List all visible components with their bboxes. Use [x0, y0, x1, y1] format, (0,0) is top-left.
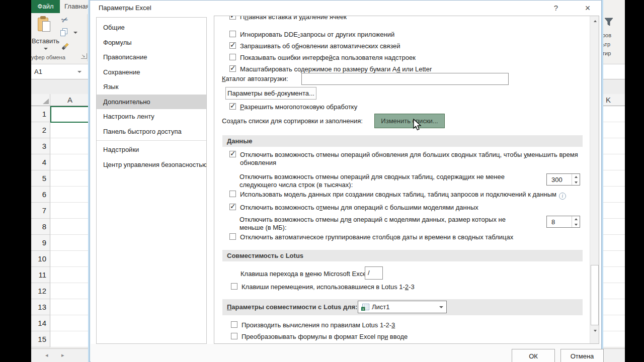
cell[interactable]: [50, 267, 90, 283]
row-header[interactable]: 13: [31, 299, 50, 315]
checkbox[interactable]: [231, 283, 237, 290]
cell[interactable]: [602, 251, 625, 267]
row-header[interactable]: 1: [31, 106, 50, 122]
checkbox[interactable]: ✓: [229, 151, 236, 157]
cell[interactable]: [602, 219, 625, 235]
model-size-spinner[interactable]: 8: [546, 216, 580, 228]
row-header[interactable]: 10: [31, 251, 50, 267]
cell[interactable]: [50, 187, 90, 203]
menu-key-input[interactable]: /: [365, 266, 383, 280]
cell[interactable]: [602, 299, 625, 315]
row-header[interactable]: 15: [31, 331, 50, 347]
cell[interactable]: [50, 283, 90, 299]
cancel-button[interactable]: Отмена: [560, 349, 604, 362]
scrollbar-thumb[interactable]: [591, 265, 599, 325]
info-icon[interactable]: i: [559, 193, 566, 200]
sidebar-item-general[interactable]: Общие: [97, 20, 206, 35]
row-header[interactable]: 9: [31, 235, 50, 251]
cell[interactable]: [602, 106, 625, 122]
cell[interactable]: [50, 331, 90, 347]
checkbox[interactable]: ✓: [229, 65, 236, 72]
row-header[interactable]: 2: [31, 122, 50, 138]
cell[interactable]: [50, 299, 90, 315]
cut-icon[interactable]: ✂: [60, 14, 69, 25]
row-header[interactable]: 5: [31, 170, 50, 187]
paste-dropdown-icon[interactable]: [44, 48, 48, 50]
startup-dir-input[interactable]: [301, 73, 509, 85]
cell[interactable]: [602, 187, 625, 203]
cell[interactable]: [602, 283, 625, 299]
ok-button[interactable]: ОК: [512, 349, 555, 362]
cell[interactable]: [50, 251, 90, 267]
selected-cell-a1[interactable]: [50, 106, 90, 123]
checkbox[interactable]: ✓: [229, 103, 236, 110]
sidebar-item-trust-center[interactable]: Центр управления безопасностью: [97, 157, 206, 172]
sidebar-item-advanced[interactable]: Дополнительно: [97, 95, 206, 110]
cell[interactable]: [50, 219, 90, 235]
cell[interactable]: [602, 154, 625, 170]
copy-dropdown-icon[interactable]: [73, 32, 77, 34]
row-header[interactable]: 3: [31, 138, 50, 154]
cell[interactable]: [50, 122, 90, 138]
edit-custom-lists-button[interactable]: Изменить списки...: [374, 114, 445, 128]
checkbox[interactable]: [229, 54, 236, 60]
sidebar-item-proofing[interactable]: Правописание: [97, 50, 206, 65]
cell[interactable]: [602, 203, 625, 219]
web-document-options-button[interactable]: Параметры веб-документа...: [225, 87, 316, 100]
tab-file[interactable]: Файл: [31, 0, 60, 13]
cell[interactable]: [50, 170, 90, 187]
sidebar-item-formulas[interactable]: Формулы: [97, 35, 206, 50]
sidebar-item-addins[interactable]: Надстройки: [97, 142, 206, 157]
checkbox[interactable]: [231, 333, 237, 339]
cell[interactable]: [50, 203, 90, 219]
name-box-dropdown-icon[interactable]: [77, 71, 82, 73]
content-scrollbar[interactable]: [590, 16, 599, 343]
dialog-launcher-icon[interactable]: ↘: [81, 53, 87, 59]
cell[interactable]: [602, 267, 625, 283]
cell[interactable]: [602, 235, 625, 251]
checkbox[interactable]: ✓: [229, 42, 236, 49]
column-header-a[interactable]: A: [50, 94, 90, 106]
row-header[interactable]: 6: [31, 187, 50, 203]
scrollbar-up-icon[interactable]: [590, 16, 599, 26]
paste-icon[interactable]: [38, 16, 54, 35]
cell[interactable]: [50, 235, 90, 251]
spinner-up-icon[interactable]: [572, 174, 580, 179]
spinner-down-icon[interactable]: [572, 179, 580, 185]
pivot-rows-spinner[interactable]: 300: [546, 173, 580, 186]
sheet-nav-left-icon[interactable]: ◂: [45, 352, 48, 358]
row-header[interactable]: 7: [31, 203, 50, 219]
filter-icon[interactable]: [603, 17, 614, 28]
checkbox[interactable]: ✓: [229, 204, 236, 210]
cell[interactable]: [50, 154, 90, 170]
checkbox[interactable]: [231, 321, 237, 328]
row-header[interactable]: 14: [31, 315, 50, 331]
cell[interactable]: [602, 315, 625, 331]
cell[interactable]: [50, 315, 90, 331]
lotus-sheet-select[interactable]: x Лист1: [358, 301, 447, 313]
format-painter-icon[interactable]: [60, 42, 69, 51]
cell[interactable]: [602, 138, 625, 154]
sidebar-item-quick-access[interactable]: Панель быстрого доступа: [97, 124, 206, 139]
column-header-k[interactable]: K: [606, 94, 611, 106]
tab-home[interactable]: Главная: [64, 3, 89, 10]
select-all-cell[interactable]: [31, 94, 50, 106]
sheet-nav-right-icon[interactable]: ▸: [61, 352, 64, 358]
row-header[interactable]: 12: [31, 283, 50, 299]
cell[interactable]: [50, 138, 90, 154]
sidebar-item-customize-ribbon[interactable]: Настроить ленту: [97, 109, 206, 124]
row-header[interactable]: 4: [31, 154, 50, 170]
copy-icon[interactable]: [60, 28, 69, 37]
paste-button[interactable]: Вставить: [31, 37, 60, 45]
cell[interactable]: [602, 331, 625, 347]
row-header[interactable]: 11: [31, 267, 50, 283]
sidebar-item-save[interactable]: Сохранение: [97, 65, 206, 80]
checkbox[interactable]: ✓: [229, 16, 236, 20]
cell[interactable]: [602, 170, 625, 187]
sidebar-item-language[interactable]: Язык: [97, 79, 206, 95]
checkbox[interactable]: [229, 233, 236, 240]
row-header[interactable]: 8: [31, 219, 50, 235]
close-button[interactable]: ×: [581, 3, 594, 14]
scrollbar-down-icon[interactable]: [590, 326, 599, 335]
help-button[interactable]: ?: [549, 3, 562, 14]
